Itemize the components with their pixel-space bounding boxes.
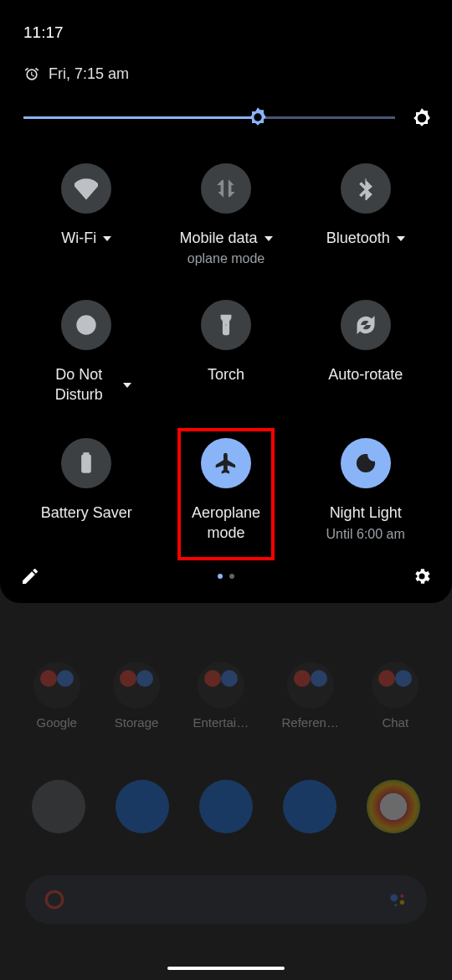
home-folder-label: Referen… (282, 715, 339, 730)
phone-app-icon[interactable] (116, 780, 169, 833)
dnd-tile[interactable]: Do Not Disturb (17, 300, 157, 405)
auto-rotate-tile[interactable]: Auto-rotate (295, 300, 435, 405)
auto-rotate-icon (341, 300, 391, 350)
svg-point-5 (254, 113, 261, 121)
wifi-label: Wi-Fi (61, 229, 96, 248)
chevron-down-icon[interactable] (123, 383, 131, 388)
svg-point-3 (400, 900, 404, 905)
camera-app-icon[interactable] (32, 780, 85, 833)
alarm-icon (23, 66, 40, 83)
brightness-thumb-icon (246, 106, 270, 129)
chrome-app-icon[interactable] (367, 780, 420, 833)
svg-point-2 (400, 895, 403, 898)
chevron-down-icon[interactable] (103, 236, 111, 241)
page-indicator (218, 574, 234, 579)
night-light-icon (341, 438, 391, 488)
dock-row (17, 780, 435, 833)
quick-tiles-grid: Wi-Fi Mobile data oplane mode Bluetooth (0, 163, 452, 543)
home-folder[interactable]: Storage (113, 662, 160, 730)
contacts-app-icon[interactable] (199, 780, 253, 833)
chevron-down-icon[interactable] (265, 236, 273, 241)
wifi-icon (61, 163, 111, 214)
home-folder[interactable]: Google (33, 662, 80, 730)
home-folder-label: Storage (115, 715, 159, 730)
bluetooth-tile[interactable]: Bluetooth (295, 163, 435, 266)
home-folder[interactable]: Referen… (282, 662, 339, 730)
wifi-tile[interactable]: Wi-Fi (17, 163, 157, 266)
home-folder-label: Chat (382, 715, 408, 730)
brightness-settings-icon[interactable] (410, 106, 434, 130)
mobile-data-tile[interactable]: Mobile data oplane mode (157, 163, 296, 266)
night-light-tile[interactable]: Night Light Until 6:00 am (295, 438, 435, 543)
torch-tile[interactable]: Torch (157, 300, 296, 405)
brightness-slider[interactable] (23, 116, 395, 120)
messages-app-icon[interactable] (283, 780, 336, 833)
svg-point-0 (46, 891, 63, 908)
assistant-icon (387, 889, 408, 910)
home-folder-label: Google (37, 715, 77, 730)
home-screen-background: Google Storage Entertai… Referen… Chat (0, 653, 452, 932)
status-bar: 11:17 (0, 0, 452, 59)
night-light-sublabel: Until 6:00 am (326, 527, 405, 542)
home-folder-label: Entertai… (193, 715, 249, 730)
auto-rotate-label: Auto-rotate (328, 365, 403, 384)
page-dot (229, 574, 234, 579)
google-logo-icon (44, 889, 65, 910)
brightness-fill (23, 116, 258, 119)
home-folder[interactable]: Entertai… (193, 662, 249, 730)
aeroplane-label: Aeroplane mode (184, 503, 268, 543)
battery-saver-icon (61, 438, 111, 488)
brightness-control (0, 106, 452, 163)
aeroplane-icon (201, 438, 251, 488)
page-dot-active (218, 574, 223, 579)
night-light-label: Night Light (330, 503, 402, 523)
dnd-label: Do Not Disturb (41, 365, 116, 405)
svg-rect-10 (85, 454, 89, 456)
mobile-data-sublabel: oplane mode (187, 251, 265, 266)
brightness-thumb[interactable] (246, 106, 270, 129)
battery-saver-tile[interactable]: Battery Saver (17, 438, 157, 543)
chevron-down-icon[interactable] (397, 236, 405, 241)
dnd-icon (61, 300, 111, 350)
svg-point-1 (390, 895, 398, 902)
navigation-handle[interactable] (167, 967, 285, 970)
google-search-bar[interactable] (25, 875, 427, 924)
mobile-data-icon (201, 163, 251, 214)
settings-icon[interactable] (412, 566, 432, 586)
bluetooth-label: Bluetooth (326, 229, 390, 248)
bluetooth-icon (341, 163, 391, 214)
torch-label: Torch (208, 365, 244, 384)
svg-point-4 (394, 904, 397, 906)
quick-settings-panel: 11:17 Fri, 7:15 am Wi-Fi (0, 0, 452, 603)
home-folder-row: Google Storage Entertai… Referen… Chat (17, 662, 435, 730)
panel-footer (0, 543, 452, 586)
battery-saver-label: Battery Saver (41, 503, 132, 523)
alarm-indicator[interactable]: Fri, 7:15 am (0, 59, 452, 106)
mobile-data-label: Mobile data (179, 229, 257, 248)
aeroplane-mode-tile[interactable]: Aeroplane mode (157, 438, 296, 543)
home-folder[interactable]: Chat (372, 662, 419, 730)
edit-icon[interactable] (20, 566, 40, 586)
torch-icon (201, 300, 251, 350)
alarm-time-label: Fri, 7:15 am (49, 65, 129, 83)
status-time: 11:17 (23, 23, 64, 41)
svg-point-6 (418, 114, 427, 123)
